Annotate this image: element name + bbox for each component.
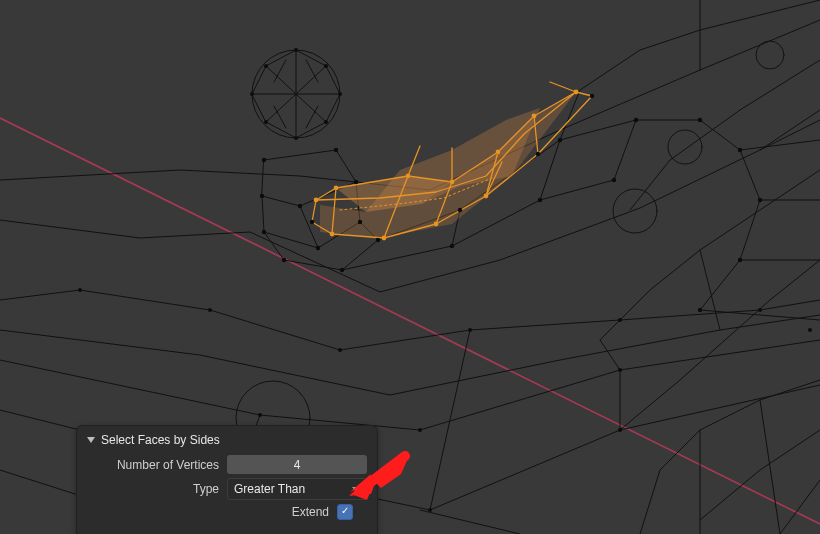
- svg-point-54: [78, 288, 82, 292]
- svg-point-33: [340, 268, 344, 272]
- type-dropdown[interactable]: Greater Than: [227, 478, 367, 500]
- svg-point-39: [612, 178, 616, 182]
- svg-point-58: [618, 318, 622, 322]
- svg-point-67: [406, 174, 411, 179]
- svg-point-24: [262, 158, 266, 162]
- svg-point-65: [808, 328, 812, 332]
- panel-header[interactable]: Select Faces by Sides: [87, 433, 367, 447]
- svg-point-55: [208, 308, 212, 312]
- chevron-down-icon: [352, 487, 360, 492]
- svg-point-47: [294, 136, 298, 140]
- svg-point-71: [574, 90, 579, 95]
- row-number-of-vertices: Number of Vertices 4: [87, 455, 367, 474]
- svg-point-52: [264, 120, 268, 124]
- svg-point-61: [418, 428, 422, 432]
- svg-point-35: [458, 208, 462, 212]
- extend-checkbox[interactable]: [337, 504, 353, 520]
- svg-point-50: [264, 64, 268, 68]
- row-type: Type Greater Than: [87, 478, 367, 500]
- svg-point-62: [428, 508, 432, 512]
- svg-point-28: [260, 194, 264, 198]
- svg-point-27: [298, 204, 302, 208]
- svg-point-41: [698, 118, 702, 122]
- svg-point-25: [334, 148, 338, 152]
- disclosure-triangle-icon: [87, 437, 95, 443]
- svg-point-51: [324, 64, 328, 68]
- svg-point-48: [250, 92, 254, 96]
- svg-point-73: [434, 222, 439, 227]
- svg-point-75: [330, 232, 335, 237]
- svg-point-60: [258, 413, 262, 417]
- svg-point-76: [314, 198, 319, 203]
- svg-point-32: [282, 258, 286, 262]
- svg-point-72: [484, 194, 489, 199]
- svg-point-64: [618, 428, 622, 432]
- panel-title: Select Faces by Sides: [101, 433, 220, 447]
- svg-point-44: [738, 258, 742, 262]
- svg-point-46: [294, 48, 298, 52]
- svg-point-66: [334, 186, 339, 191]
- svg-point-59: [758, 308, 762, 312]
- operator-panel: Select Faces by Sides Number of Vertices…: [76, 425, 378, 534]
- svg-point-37: [538, 198, 542, 202]
- svg-point-31: [358, 220, 362, 224]
- vertices-value: 4: [294, 458, 301, 472]
- svg-point-38: [558, 138, 562, 142]
- extend-label: Extend: [87, 505, 337, 519]
- type-value: Greater Than: [234, 482, 305, 496]
- svg-point-17: [590, 94, 594, 98]
- svg-point-34: [376, 238, 380, 242]
- svg-point-45: [698, 308, 702, 312]
- svg-point-36: [450, 244, 454, 248]
- svg-point-63: [618, 368, 622, 372]
- svg-point-53: [324, 120, 328, 124]
- type-label: Type: [87, 482, 227, 496]
- svg-point-43: [758, 198, 762, 202]
- svg-point-74: [382, 236, 387, 241]
- svg-point-68: [450, 180, 455, 185]
- svg-point-26: [354, 180, 358, 184]
- svg-point-57: [468, 328, 472, 332]
- svg-point-30: [316, 246, 320, 250]
- svg-point-70: [532, 114, 537, 119]
- svg-point-23: [310, 220, 314, 224]
- vertices-label: Number of Vertices: [87, 458, 227, 472]
- svg-point-69: [496, 150, 501, 155]
- row-extend: Extend: [87, 504, 367, 520]
- number-of-vertices-field[interactable]: 4: [227, 455, 367, 474]
- svg-point-56: [338, 348, 342, 352]
- svg-point-49: [338, 92, 342, 96]
- svg-point-18: [536, 152, 540, 156]
- svg-point-40: [634, 118, 638, 122]
- svg-point-42: [738, 148, 742, 152]
- svg-point-29: [262, 230, 266, 234]
